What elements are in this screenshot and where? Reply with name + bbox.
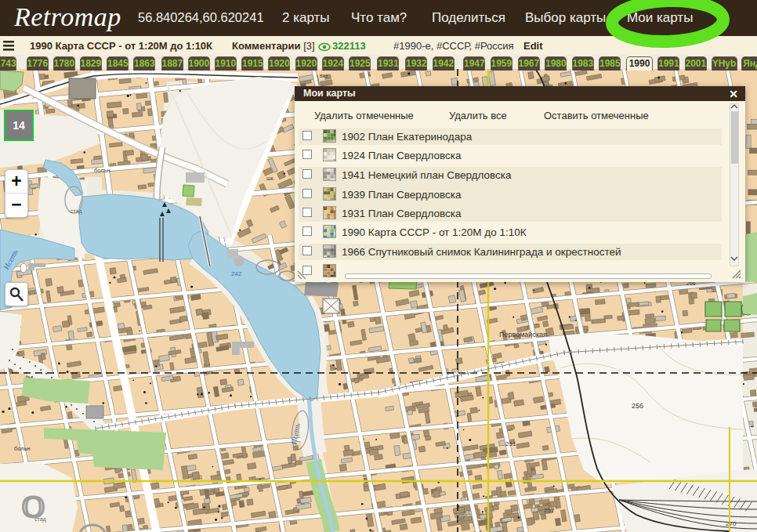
svg-text:стад: стад bbox=[71, 208, 82, 215]
svg-text:Первомайская: Первомайская bbox=[499, 331, 547, 338]
svg-text:больн: больн bbox=[94, 167, 110, 174]
svg-text:242: 242 bbox=[231, 270, 242, 277]
svg-text:251: 251 bbox=[505, 440, 516, 447]
svg-text:257: 257 bbox=[544, 507, 555, 514]
svg-text:больн: больн bbox=[14, 445, 31, 452]
svg-text:шк.: шк. bbox=[266, 176, 275, 181]
svg-text:вкз: вкз bbox=[320, 73, 328, 78]
svg-text:270: 270 bbox=[726, 520, 737, 527]
svg-text:стад: стад bbox=[34, 516, 46, 523]
svg-text:256: 256 bbox=[632, 402, 643, 410]
